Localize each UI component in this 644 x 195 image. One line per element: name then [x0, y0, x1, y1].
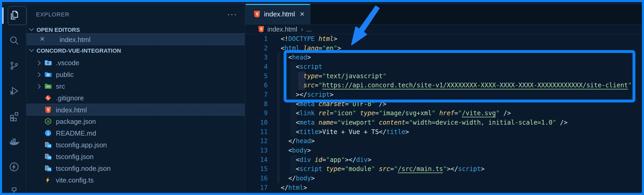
- folder-src-icon: </>: [44, 83, 52, 90]
- more-actions-icon[interactable]: ···: [227, 10, 237, 19]
- line-number: 9: [245, 109, 268, 117]
- line-number: 7: [245, 91, 268, 98]
- annotation-arrow: [339, 4, 397, 51]
- tree-item-public[interactable]: public: [26, 69, 245, 80]
- tab-label: index.html: [264, 10, 295, 18]
- title-bar: [2, 2, 642, 4]
- code-line: 1<!DOCTYPE html>: [245, 34, 642, 44]
- docker-icon: [9, 136, 19, 147]
- annotation-highlight-box: [284, 50, 635, 102]
- folder-public-icon: [44, 71, 52, 78]
- line-number: 10: [245, 119, 268, 126]
- html-icon: 5: [44, 106, 52, 113]
- activity-item-explorer[interactable]: [5, 7, 23, 25]
- open-editors-label: OPEN EDITORS: [37, 27, 80, 33]
- ts-icon: TS: [44, 141, 52, 148]
- open-editor-item[interactable]: ✕ 5 index.html: [26, 33, 245, 45]
- activity-item-search[interactable]: [5, 32, 23, 50]
- line-number: 11: [245, 128, 268, 136]
- activity-item-remote-tree[interactable]: [5, 184, 23, 193]
- chevron-right-icon: [36, 72, 40, 77]
- svg-text:</>: </>: [46, 85, 50, 88]
- tree-item--gitignore[interactable]: .gitignore: [26, 92, 245, 104]
- chevron-down-icon: [29, 47, 34, 52]
- svg-text:JS: JS: [46, 120, 50, 123]
- tree-item-label: .gitignore: [56, 94, 84, 102]
- ts-icon: TS: [44, 153, 52, 160]
- code-line: 10 <meta name="viewport" content="width=…: [245, 118, 642, 127]
- line-number: 16: [245, 175, 268, 182]
- line-number: 5: [245, 72, 268, 80]
- activity-item-extensions[interactable]: [5, 108, 23, 126]
- project-root-label: CONCORD-VUE-INTEGRATION: [37, 47, 121, 54]
- project-root-header[interactable]: CONCORD-VUE-INTEGRATION: [26, 47, 245, 54]
- tree-item-label: README.md: [56, 129, 96, 137]
- active-tab-indicator: [246, 4, 310, 5]
- tree-item-label: package.json: [56, 118, 96, 126]
- open-editors-header[interactable]: OPEN EDITORS: [26, 26, 245, 34]
- breadcrumb-more[interactable]: ...: [306, 26, 312, 33]
- run-debug-icon: [9, 86, 19, 97]
- open-editor-label: index.html: [60, 36, 91, 44]
- activity-item-run-debug[interactable]: [5, 83, 23, 100]
- activity-item-source-control[interactable]: [5, 57, 23, 75]
- active-indicator: [2, 7, 4, 24]
- html-file-icon: 5: [258, 26, 264, 33]
- svg-text:TS: TS: [47, 156, 51, 159]
- tree-item-label: tsconfig.json: [56, 153, 94, 161]
- code-line: 14 <div id="app"></div>: [245, 155, 642, 164]
- tree-item-label: src: [56, 82, 65, 90]
- vscode-window: EXPLORER ··· OPEN EDITORS ✕ 5 index.html…: [2, 2, 642, 193]
- tree-item--vscode[interactable]: .vscode: [26, 57, 245, 69]
- svg-text:TS: TS: [47, 168, 51, 171]
- search-icon: [9, 35, 19, 47]
- breadcrumb-file[interactable]: index.html: [267, 26, 297, 33]
- code-line: 17</html>: [245, 183, 642, 192]
- code-line: 13 <body>: [245, 146, 642, 155]
- explorer-sidebar: EXPLORER ··· OPEN EDITORS ✕ 5 index.html…: [26, 4, 245, 193]
- remote-tree-icon: [9, 187, 19, 193]
- line-number: 14: [245, 156, 268, 163]
- close-icon[interactable]: ✕: [300, 11, 305, 18]
- vite-icon: [44, 176, 52, 184]
- chevron-right-icon: [36, 60, 40, 65]
- line-number: 2: [245, 45, 268, 52]
- code-line: 12 </head>: [245, 137, 642, 146]
- tree-item-index-html[interactable]: 5index.html: [26, 104, 245, 115]
- sidebar-title: EXPLORER: [36, 11, 69, 18]
- svg-text:5: 5: [256, 12, 258, 16]
- tree-item-label: vite.config.ts: [56, 176, 94, 184]
- svg-text:5: 5: [260, 27, 262, 31]
- breadcrumb[interactable]: 5 index.html › ...: [245, 25, 642, 34]
- file-tree: .vscodepublic</>src.gitignore5index.html…: [26, 57, 245, 186]
- tree-item-vite-config-ts[interactable]: vite.config.ts: [26, 174, 245, 186]
- git-icon: [44, 94, 52, 101]
- tree-item-tsconfig-json[interactable]: TStsconfig.json: [26, 151, 245, 162]
- activity-item-thunder[interactable]: [5, 159, 23, 176]
- activity-item-docker[interactable]: [5, 133, 23, 150]
- chevron-right-icon: [36, 84, 40, 89]
- tree-item-label: public: [56, 71, 74, 79]
- tab-index-html[interactable]: 5 index.html ✕: [245, 4, 310, 24]
- chevron-down-icon: [29, 26, 34, 31]
- tree-item-src[interactable]: </>src: [26, 80, 245, 92]
- tree-item-package-json[interactable]: JSpackage.json: [26, 115, 245, 127]
- close-icon[interactable]: ✕: [40, 35, 45, 43]
- line-number: 3: [245, 54, 268, 61]
- tree-item-tsconfig-app-json[interactable]: TStsconfig.app.json: [26, 139, 245, 151]
- tree-item-label: index.html: [56, 106, 87, 114]
- svg-text:TS: TS: [47, 144, 51, 148]
- code-line: 11 <title>Vite + Vue + TS</title>: [245, 127, 642, 137]
- code-line: 9 <link rel="icon" type="image/svg+xml" …: [245, 109, 642, 118]
- line-number: 17: [245, 184, 268, 191]
- node-icon: JS: [44, 118, 52, 125]
- tree-item-README-md[interactable]: iREADME.md: [26, 127, 245, 139]
- line-number: 15: [245, 165, 268, 173]
- tree-item-label: .vscode: [56, 59, 79, 67]
- line-number: 13: [245, 147, 268, 154]
- line-number: 12: [245, 137, 268, 145]
- tree-item-tsconfig-node-json[interactable]: TStsconfig.node.json: [26, 162, 245, 174]
- line-number: 1: [245, 35, 268, 42]
- tree-item-label: tsconfig.node.json: [56, 164, 111, 173]
- code-line: 15 <script type="module" src="/src/main.…: [245, 164, 642, 174]
